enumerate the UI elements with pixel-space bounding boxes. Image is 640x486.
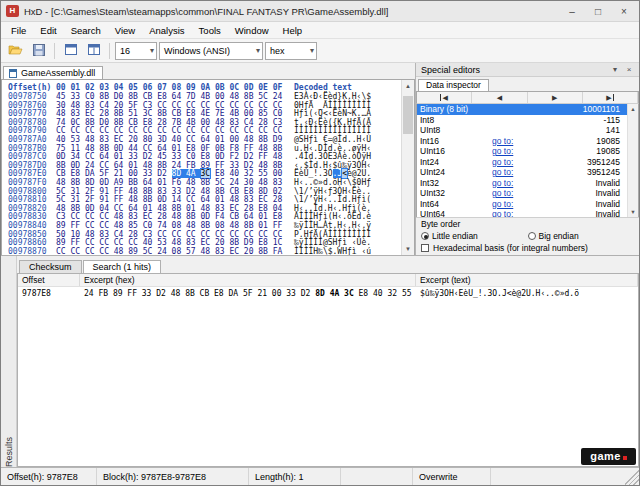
- status-offset: Offset(h): 9787E8: [1, 468, 97, 485]
- menu-tools[interactable]: Tools: [192, 24, 228, 37]
- title-bar[interactable]: H HxD - [C:\Games\Steam\steamapps\common…: [1, 1, 639, 22]
- close-button[interactable]: ×: [611, 3, 637, 20]
- offset-base-value: hex: [270, 46, 307, 56]
- scroll-up-icon[interactable]: ▲: [628, 104, 638, 114]
- goto-link[interactable]: go to:: [492, 209, 524, 217]
- resize-grip-icon[interactable]: [625, 468, 639, 485]
- chevron-down-icon: ▾: [310, 46, 314, 55]
- inspector-row-value: 19085: [524, 136, 624, 147]
- inspector-row[interactable]: Int16go to:19085: [417, 136, 627, 147]
- scrollbar-thumb[interactable]: [403, 96, 413, 134]
- maximize-button[interactable]: □: [585, 3, 611, 20]
- hex-rows: 0097875045 33 C0 8B D0 8B CB E8 64 7D 4B…: [8, 93, 401, 255]
- inspector-row[interactable]: Int64go to:Invalid: [417, 199, 627, 210]
- inspector-row-value: 19085: [524, 146, 624, 157]
- panel-close-icon[interactable]: ×: [622, 65, 636, 74]
- new-window-button[interactable]: [60, 41, 81, 61]
- search-results-table: Offset Excerpt (hex) Excerpt (text) 9787…: [17, 273, 639, 467]
- inspector-row[interactable]: UInt32go to:Invalid: [417, 188, 627, 199]
- encoding-select[interactable]: Windows (ANSI) ▾: [159, 42, 263, 60]
- split-view-button[interactable]: [83, 41, 104, 61]
- menu-window[interactable]: Window: [228, 24, 276, 37]
- scroll-down-icon[interactable]: ▼: [402, 243, 414, 255]
- hex-editor-pane: GameAssembly.dll Offset(h) 00 01 02 03 0…: [1, 63, 415, 255]
- goto-placeholder: [492, 125, 524, 136]
- offset-base-select[interactable]: hex ▾: [265, 42, 317, 60]
- result-match-bytes: 8D 4A 3C: [315, 289, 354, 298]
- toolbar: 16 ▾ Windows (ANSI) ▾ hex ▾: [1, 39, 639, 63]
- status-mode[interactable]: Overwrite: [413, 468, 491, 485]
- minimize-button[interactable]: –: [559, 3, 585, 20]
- inspector-row[interactable]: UInt16go to:19085: [417, 146, 627, 157]
- document-tab-bar: GameAssembly.dll: [1, 63, 415, 79]
- inspector-scrollbar[interactable]: ▲ ▼: [627, 104, 638, 217]
- open-file-button[interactable]: [5, 41, 26, 61]
- goto-link[interactable]: go to:: [492, 157, 524, 168]
- goto-link[interactable]: go to:: [492, 188, 524, 199]
- inspector-row[interactable]: Int24go to:3951245: [417, 157, 627, 168]
- tab-data-inspector[interactable]: Data inspector: [418, 79, 489, 91]
- results-area: Checksum Search (1 hits) Offset Excerpt …: [17, 256, 639, 467]
- inspector-row[interactable]: UInt24go to:3951245: [417, 167, 627, 178]
- big-endian-radio[interactable]: Big endian: [528, 231, 635, 241]
- menu-edit[interactable]: Edit: [33, 24, 63, 37]
- goto-link[interactable]: go to:: [492, 146, 524, 157]
- nav-prev-button[interactable]: ◀: [472, 92, 527, 103]
- result-offset: 9787E8: [18, 289, 80, 298]
- hex-row[interactable]: 00978870CC CC CC CC 48 89 5C 24 08 57 48…: [8, 248, 401, 255]
- results-side-tab[interactable]: Results: [1, 256, 17, 467]
- menu-file[interactable]: File: [4, 24, 33, 37]
- column-offset[interactable]: Offset: [18, 274, 80, 286]
- results-side-label: Results: [4, 261, 14, 467]
- inspector-row[interactable]: Int32go to:Invalid: [417, 178, 627, 189]
- tab-checksum[interactable]: Checksum: [19, 260, 82, 273]
- hex-basis-checkbox-row[interactable]: Hexadecimal basis (for integral numbers): [416, 242, 639, 255]
- result-excerpt-hex: 24 FB 89 FF 33 D2 48 8B CB E8 DA 5F 21 0…: [80, 289, 416, 298]
- inspector-row[interactable]: Int8-115: [417, 115, 627, 126]
- little-endian-radio[interactable]: Little endian: [421, 231, 528, 241]
- inspector-row[interactable]: Binary (8 bit)10001101: [417, 104, 627, 115]
- save-button[interactable]: [28, 41, 49, 61]
- inspector-row-label: Binary (8 bit): [420, 104, 492, 115]
- toolbar-separator: [109, 43, 110, 59]
- split-window-icon: [88, 44, 100, 57]
- scrollbar-track[interactable]: [402, 92, 414, 243]
- hex-vertical-scrollbar[interactable]: ▲ ▼: [401, 80, 414, 255]
- app-icon: H: [6, 5, 19, 17]
- inspector-row-label: UInt64: [420, 209, 492, 217]
- encoding-value: Windows (ANSI): [164, 46, 253, 56]
- menu-help[interactable]: Help: [276, 24, 310, 37]
- inspector-row[interactable]: UInt8141: [417, 125, 627, 136]
- inspector-row[interactable]: UInt64go to:Invalid: [417, 209, 627, 217]
- results-panel: Results Checksum Search (1 hits) Offset …: [1, 255, 639, 467]
- menu-view[interactable]: View: [108, 24, 142, 37]
- menu-analysis[interactable]: Analysis: [142, 24, 191, 37]
- menu-search[interactable]: Search: [64, 24, 108, 37]
- hxd-window: H HxD - [C:\Games\Steam\steamapps\common…: [0, 0, 640, 486]
- inspector-nav: ◀ ◀ ▶ ▶: [416, 91, 639, 104]
- panel-menu-icon[interactable]: ▾: [608, 65, 622, 74]
- inspector-row-value: 141: [524, 125, 624, 136]
- column-excerpt-hex[interactable]: Excerpt (hex): [80, 274, 416, 286]
- scroll-up-icon[interactable]: ▲: [402, 80, 414, 92]
- column-excerpt-text[interactable]: Excerpt (text): [416, 274, 638, 286]
- nav-last-button[interactable]: ▶: [583, 92, 638, 103]
- search-result-row[interactable]: 9787E8 24 FB 89 FF 33 D2 48 8B CB E8 DA …: [18, 287, 638, 299]
- scroll-down-icon[interactable]: ▼: [628, 207, 638, 217]
- goto-link[interactable]: go to:: [492, 178, 524, 189]
- goto-link[interactable]: go to:: [492, 199, 524, 210]
- hex-basis-label: Hexadecimal basis (for integral numbers): [433, 243, 588, 253]
- bytes-per-row-select[interactable]: 16 ▾: [115, 42, 157, 60]
- nav-next-button[interactable]: ▶: [528, 92, 583, 103]
- tab-gameassembly[interactable]: GameAssembly.dll: [3, 66, 103, 79]
- tab-search-hits[interactable]: Search (1 hits): [83, 260, 162, 273]
- inspector-tab-bar: Data inspector: [416, 77, 639, 91]
- special-editors-header: Special editors ▾ ×: [416, 63, 639, 77]
- hex-content[interactable]: Offset(h) 00 01 02 03 04 05 06 07 08 09 …: [2, 80, 401, 255]
- goto-placeholder: [492, 115, 524, 126]
- goto-link[interactable]: go to:: [492, 136, 524, 147]
- inspector-row-label: UInt8: [420, 125, 492, 136]
- goto-link[interactable]: go to:: [492, 167, 524, 178]
- nav-first-button[interactable]: ◀: [417, 92, 472, 103]
- menu-bar: FileEditSearchViewAnalysisToolsWindowHel…: [1, 22, 639, 39]
